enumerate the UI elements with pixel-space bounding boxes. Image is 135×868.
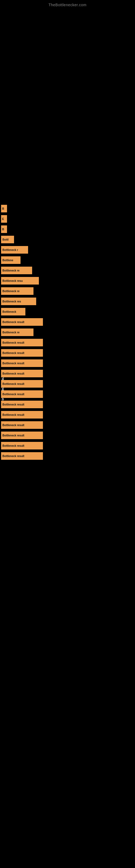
result-row-7: Bottleneck re bbox=[1, 267, 135, 274]
result-bar-25: Bottleneck result bbox=[1, 452, 43, 460]
result-bar-23: Bottleneck result bbox=[1, 432, 43, 439]
result-bar-17: Bottleneck result bbox=[1, 370, 43, 377]
result-bar-1: B bbox=[1, 205, 7, 212]
result-bar-10: Bottleneck res bbox=[1, 298, 36, 305]
result-row-3: B bbox=[1, 225, 135, 233]
result-row-13: Bottleneck re bbox=[1, 329, 135, 336]
result-row-23: Bottleneck result bbox=[1, 432, 135, 439]
result-bar-11: Bottleneck bbox=[1, 308, 26, 315]
result-bar-3: B bbox=[1, 225, 7, 233]
result-row-19: Bottleneck result bbox=[1, 390, 135, 398]
result-bar-19: Bottleneck result bbox=[1, 390, 43, 398]
result-bar-15: Bottleneck result bbox=[1, 349, 43, 357]
result-bar-8: Bottleneck resu bbox=[1, 277, 39, 284]
result-bar-22: Bottleneck result bbox=[1, 421, 43, 429]
result-row-5: Bottleneck r bbox=[1, 246, 135, 254]
result-row-2: E bbox=[1, 215, 135, 223]
result-bar-21: Bottleneck result bbox=[1, 411, 43, 418]
result-row-18: Bottleneck result bbox=[1, 380, 135, 388]
main-chart-area bbox=[0, 8, 135, 193]
result-row-24: Bottleneck result bbox=[1, 442, 135, 450]
result-row-9: Bottleneck re bbox=[1, 287, 135, 295]
result-row-1: B bbox=[1, 205, 135, 212]
result-row-8: Bottleneck resu bbox=[1, 277, 135, 284]
result-bar-14: Bottleneck result bbox=[1, 339, 43, 346]
result-row-21: Bottleneck result bbox=[1, 411, 135, 418]
result-row-11: Bottleneck bbox=[1, 308, 135, 315]
result-row-22: Bottleneck result bbox=[1, 421, 135, 429]
result-bar-7: Bottleneck re bbox=[1, 267, 32, 274]
result-row-25: Bottleneck result bbox=[1, 452, 135, 460]
result-row-16: Bottleneck result bbox=[1, 360, 135, 367]
result-bar-13: Bottleneck re bbox=[1, 329, 34, 336]
result-bar-16: Bottleneck result bbox=[1, 360, 43, 367]
result-row-15: Bottleneck result bbox=[1, 349, 135, 357]
result-row-10: Bottleneck res bbox=[1, 298, 135, 305]
result-bar-20: Bottleneck result bbox=[1, 401, 43, 408]
result-bar-6: Bottlene bbox=[1, 256, 20, 264]
result-bar-12: Bottleneck result bbox=[1, 318, 43, 326]
result-row-4: Bottl bbox=[1, 236, 135, 243]
site-title: TheBottlenecker.com bbox=[0, 0, 135, 8]
result-row-12: Bottleneck result bbox=[1, 318, 135, 326]
result-row-20: Bottleneck result bbox=[1, 401, 135, 408]
result-bar-5: Bottleneck r bbox=[1, 246, 28, 254]
results-section: B E B Bottl Bottleneck r Bottlene Bottle… bbox=[0, 205, 135, 463]
result-bar-24: Bottleneck result bbox=[1, 442, 43, 450]
result-bar-2: E bbox=[1, 215, 7, 223]
result-bar-18: Bottleneck result bbox=[1, 380, 43, 388]
site-title-text: TheBottlenecker.com bbox=[48, 3, 86, 7]
result-bar-9: Bottleneck re bbox=[1, 287, 34, 295]
result-bar-4: Bottl bbox=[1, 236, 14, 243]
result-row-6: Bottlene bbox=[1, 256, 135, 264]
result-row-17: Bottleneck result bbox=[1, 370, 135, 377]
result-row-14: Bottleneck result bbox=[1, 339, 135, 346]
